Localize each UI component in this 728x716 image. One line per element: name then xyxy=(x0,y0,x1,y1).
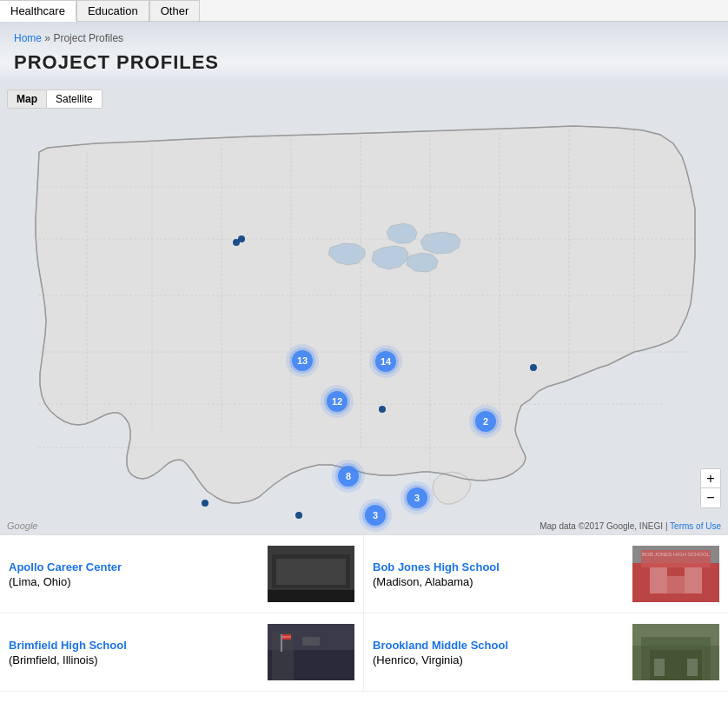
zoom-controls: + − xyxy=(700,468,721,508)
breadcrumb-separator: » xyxy=(44,32,50,44)
project-card-location-2: (Brimfield, Illinois) xyxy=(9,653,98,666)
project-card-img-1: BOB JONES HIGH SCHOOL xyxy=(632,546,719,602)
svg-point-23 xyxy=(233,239,240,246)
project-card-3[interactable]: Brookland Middle School (Henrico, Virgin… xyxy=(364,613,728,692)
tab-other[interactable]: Other xyxy=(149,0,201,21)
header-area: Home » Project Profiles PROJECT PROFILES xyxy=(0,22,728,83)
page-title: PROJECT PROFILES xyxy=(14,51,714,74)
project-card-info-2: Brimfield High School (Brimfield, Illino… xyxy=(9,639,259,666)
project-cards-grid: Apollo Career Center (Lima, Ohio) Bob Jo… xyxy=(0,534,728,692)
terms-of-use-link[interactable]: Terms of Use xyxy=(670,521,721,531)
project-card-0[interactable]: Apollo Career Center (Lima, Ohio) xyxy=(0,535,364,613)
svg-rect-48 xyxy=(687,659,698,676)
svg-rect-47 xyxy=(654,659,665,676)
svg-point-22 xyxy=(530,364,537,371)
map-view-map-btn[interactable]: Map xyxy=(7,90,47,109)
project-card-img-2 xyxy=(268,624,354,680)
breadcrumb: Home » Project Profiles xyxy=(14,32,714,44)
project-card-img-3 xyxy=(632,624,719,680)
svg-point-18 xyxy=(379,406,386,413)
zoom-out-btn[interactable]: − xyxy=(701,488,720,507)
project-card-location-0: (Lima, Ohio) xyxy=(9,575,71,588)
project-card-info-3: Brookland Middle School (Henrico, Virgin… xyxy=(373,639,624,666)
tab-healthcare[interactable]: Healthcare xyxy=(0,0,76,22)
project-card-img-0 xyxy=(268,546,354,602)
svg-rect-26 xyxy=(268,589,354,602)
map-view-controls: Map Satellite xyxy=(7,90,103,109)
svg-rect-40 xyxy=(281,634,282,652)
svg-rect-39 xyxy=(302,637,320,646)
svg-rect-32 xyxy=(650,567,667,593)
project-card-1[interactable]: Bob Jones High School (Madison, Alabama)… xyxy=(364,535,728,613)
svg-rect-33 xyxy=(685,567,702,593)
project-card-info-1: Bob Jones High School (Madison, Alabama) xyxy=(373,560,624,588)
project-card-title-1[interactable]: Bob Jones High School xyxy=(373,560,624,573)
map-container: Map Satellite xyxy=(0,83,728,534)
project-card-location-3: (Henrico, Virginia) xyxy=(373,653,463,666)
svg-rect-34 xyxy=(667,576,685,593)
svg-rect-38 xyxy=(272,633,294,680)
svg-point-19 xyxy=(202,500,208,507)
project-card-location-1: (Madison, Alabama) xyxy=(373,575,473,588)
svg-text:BOB JONES HIGH SCHOOL: BOB JONES HIGH SCHOOL xyxy=(642,552,711,557)
top-tabs: Healthcare Education Other xyxy=(0,0,728,22)
map-attribution: Map data ©2017 Google, INEGI | Terms of … xyxy=(539,521,721,531)
breadcrumb-home[interactable]: Home xyxy=(14,32,42,44)
project-card-title-3[interactable]: Brookland Middle School xyxy=(373,639,624,652)
map-svg xyxy=(0,83,728,534)
project-card-info-0: Apollo Career Center (Lima, Ohio) xyxy=(9,560,259,588)
svg-rect-27 xyxy=(276,559,346,585)
project-card-2[interactable]: Brimfield High School (Brimfield, Illino… xyxy=(0,613,364,692)
google-logo: Google xyxy=(7,520,37,531)
breadcrumb-current: Project Profiles xyxy=(53,32,123,44)
svg-point-21 xyxy=(295,512,302,519)
tab-education[interactable]: Education xyxy=(76,0,149,21)
project-card-title-2[interactable]: Brimfield High School xyxy=(9,639,259,652)
map-view-satellite-btn[interactable]: Satellite xyxy=(47,90,103,109)
project-card-title-0[interactable]: Apollo Career Center xyxy=(9,560,259,573)
zoom-in-btn[interactable]: + xyxy=(701,469,720,488)
